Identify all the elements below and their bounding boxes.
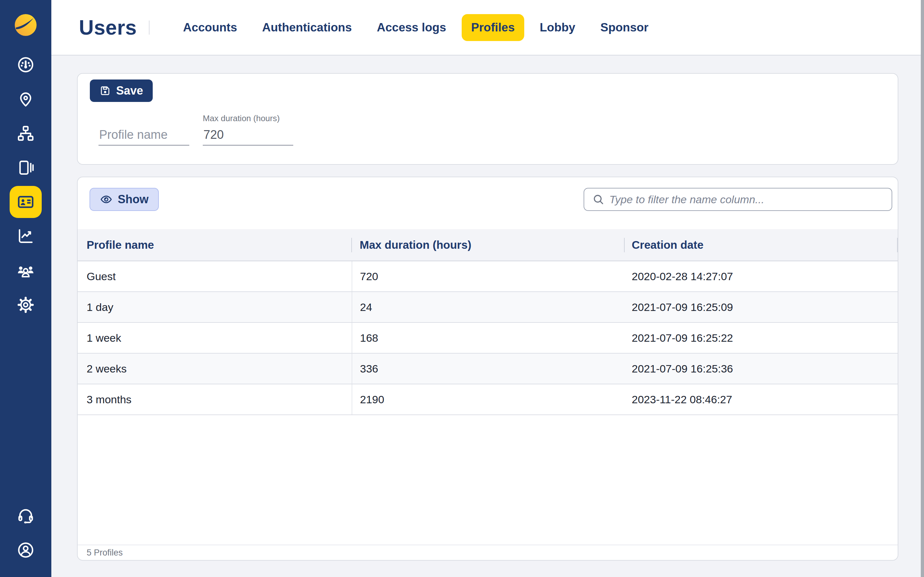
content: Save Max duration (hours) Show bbox=[51, 55, 924, 577]
cell-profile-name: Guest bbox=[78, 261, 352, 292]
sitemap-icon bbox=[17, 124, 35, 142]
table-row[interactable]: 2 weeks3362021-07-09 16:25:36 bbox=[78, 353, 898, 384]
app-logo[interactable] bbox=[15, 14, 37, 36]
table-row[interactable]: 3 months21902023-11-22 08:46:27 bbox=[78, 384, 898, 415]
sidebar-item-users[interactable] bbox=[10, 186, 42, 218]
cell-max-duration-hours: 24 bbox=[352, 292, 625, 322]
sidebar-item-locations[interactable] bbox=[10, 83, 42, 115]
account-icon bbox=[17, 541, 35, 559]
cell-profile-name: 3 months bbox=[78, 384, 352, 415]
table-row[interactable]: Guest7202020-02-28 14:27:07 bbox=[78, 261, 898, 292]
cell-max-duration-hours: 336 bbox=[352, 353, 625, 384]
cell-creation-date: 2020-02-28 14:27:07 bbox=[625, 261, 898, 292]
save-button[interactable]: Save bbox=[90, 79, 153, 102]
tab-accounts[interactable]: Accounts bbox=[173, 14, 247, 41]
sidebar-item-analytics[interactable] bbox=[10, 220, 42, 252]
page-title: Users bbox=[79, 16, 137, 39]
sidebar-item-account[interactable] bbox=[10, 534, 42, 566]
profile-name-input[interactable] bbox=[99, 128, 189, 145]
profiles-count: 5 Profiles bbox=[87, 548, 123, 558]
tab-profiles[interactable]: Profiles bbox=[462, 14, 525, 41]
main-area: Users AccountsAuthenticationsAccess logs… bbox=[51, 0, 924, 577]
users-group-icon bbox=[17, 261, 35, 279]
column-header-creation-date[interactable]: Creation date bbox=[625, 229, 898, 261]
show-button-label: Show bbox=[118, 193, 149, 206]
sidebar-item-network[interactable] bbox=[10, 117, 42, 149]
cell-max-duration-hours: 720 bbox=[352, 261, 625, 292]
section-tabs: AccountsAuthenticationsAccess logsProfil… bbox=[173, 14, 658, 41]
profiles-table: Profile nameMax duration (hours)Creation… bbox=[78, 229, 898, 415]
title-divider bbox=[149, 21, 150, 35]
sidebar-item-groups[interactable] bbox=[10, 255, 42, 287]
sidebar-item-settings[interactable] bbox=[10, 289, 42, 321]
table-header-row: Profile nameMax duration (hours)Creation… bbox=[78, 229, 898, 261]
save-button-label: Save bbox=[116, 84, 143, 97]
tab-sponsor[interactable]: Sponsor bbox=[591, 14, 658, 41]
line-chart-icon bbox=[17, 227, 35, 245]
vertical-scrollbar[interactable] bbox=[921, 0, 924, 577]
table-empty-space bbox=[78, 415, 898, 545]
tab-lobby[interactable]: Lobby bbox=[530, 14, 585, 41]
max-duration-input[interactable] bbox=[203, 128, 293, 145]
top-bar: Users AccountsAuthenticationsAccess logs… bbox=[51, 0, 924, 55]
headset-icon bbox=[17, 507, 35, 525]
cell-creation-date: 2023-11-22 08:46:27 bbox=[625, 384, 898, 415]
door-icon bbox=[17, 159, 35, 177]
max-duration-field: Max duration (hours) bbox=[203, 113, 293, 145]
id-card-icon bbox=[17, 193, 35, 211]
tab-authentications[interactable]: Authentications bbox=[252, 14, 362, 41]
cell-creation-date: 2021-07-09 16:25:09 bbox=[625, 292, 898, 322]
logo-swoosh-icon bbox=[15, 14, 37, 36]
column-header-profile-name[interactable]: Profile name bbox=[78, 229, 352, 261]
max-duration-label: Max duration (hours) bbox=[203, 113, 293, 123]
table-row[interactable]: 1 day242021-07-09 16:25:09 bbox=[78, 292, 898, 322]
save-floppy-icon bbox=[99, 85, 111, 97]
sidebar-item-portal[interactable] bbox=[10, 152, 42, 184]
filter-search-input[interactable] bbox=[583, 188, 892, 211]
form-fields: Max duration (hours) bbox=[90, 113, 898, 145]
show-button[interactable]: Show bbox=[89, 188, 159, 211]
cell-profile-name: 1 week bbox=[78, 322, 352, 353]
gauge-icon bbox=[17, 56, 35, 74]
cell-creation-date: 2021-07-09 16:25:36 bbox=[625, 353, 898, 384]
cell-profile-name: 2 weeks bbox=[78, 353, 352, 384]
cell-max-duration-hours: 168 bbox=[352, 322, 625, 353]
cell-profile-name: 1 day bbox=[78, 292, 352, 322]
cell-creation-date: 2021-07-09 16:25:22 bbox=[625, 322, 898, 353]
cell-max-duration-hours: 2190 bbox=[352, 384, 625, 415]
gear-icon bbox=[17, 296, 35, 314]
column-header-max-duration-hours[interactable]: Max duration (hours) bbox=[352, 229, 625, 261]
table-row[interactable]: 1 week1682021-07-09 16:25:22 bbox=[78, 322, 898, 353]
profiles-table-card: Show Profile nameMax duration (hours)Cre… bbox=[77, 177, 898, 561]
location-pin-icon bbox=[17, 90, 35, 108]
filter-search bbox=[583, 188, 892, 211]
sidebar-item-dashboard[interactable] bbox=[10, 49, 42, 81]
profile-form-card: Save Max duration (hours) bbox=[77, 73, 898, 165]
tab-access-logs[interactable]: Access logs bbox=[367, 14, 456, 41]
table-toolbar: Show bbox=[78, 177, 898, 211]
eye-icon bbox=[100, 193, 113, 206]
sidebar-item-support[interactable] bbox=[10, 500, 42, 532]
table-footer: 5 Profiles bbox=[78, 545, 898, 560]
sidebar bbox=[0, 0, 51, 577]
